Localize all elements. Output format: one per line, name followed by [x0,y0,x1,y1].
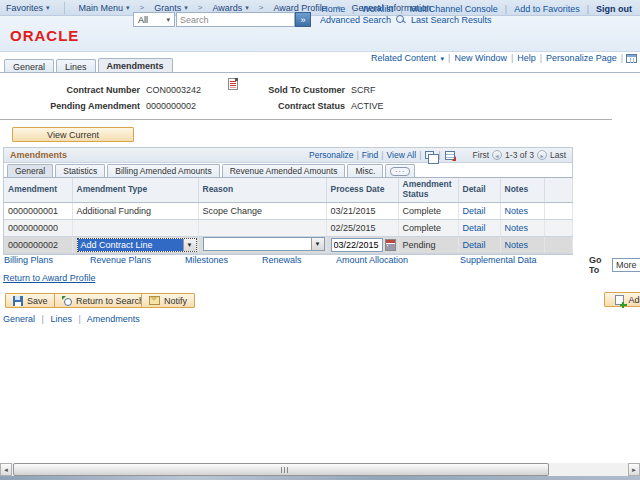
renewals-link[interactable]: Renewals [262,255,336,265]
previous-page-icon[interactable]: ◂ [492,150,502,160]
search-scope-select[interactable]: All ▾ [133,12,175,27]
last-search-results-link[interactable]: Last Search Results [411,15,492,25]
cell-amendment: 0000000000 [4,219,72,236]
breadcrumb-label: Main Menu [79,3,124,13]
next-page-icon[interactable]: ▸ [537,150,547,160]
amendment-type-select-value: Add Contract Line [78,239,183,251]
show-all-columns-tab[interactable]: ··· [385,164,415,177]
notepad-icon[interactable] [228,78,238,90]
grid-tab-misc[interactable]: Misc. [347,164,383,177]
divider: | [38,314,48,324]
oracle-logo: ORACLE [10,27,79,44]
milestones-link[interactable]: Milestones [185,255,262,265]
grid-toolbar: Personalize| Find| View All| | First ◂ 1… [306,150,566,160]
notes-link[interactable]: Notes [505,240,529,250]
pending-amendment-label: Pending Amendment [20,101,140,111]
save-button[interactable]: Save [5,293,56,308]
scroll-right-icon[interactable]: ► [628,463,640,476]
add-to-favorites-link[interactable]: Add to Favorites [507,4,587,14]
grid-tab-general[interactable]: General [7,164,53,177]
personalize-link[interactable]: Personalize [306,150,356,160]
personalize-layout-icon[interactable] [626,54,637,63]
cell-amendment: 0000000001 [4,202,72,219]
detail-link[interactable]: Detail [463,223,486,233]
last-label: Last [550,150,566,160]
chevron-down-icon: ▾ [46,4,50,12]
notify-button[interactable]: Notify [141,293,195,308]
return-to-award-profile-link[interactable]: Return to Award Profile [3,273,95,283]
amount-allocation-link[interactable]: Amount Allocation [336,255,460,265]
notes-link[interactable]: Notes [505,223,529,233]
zoom-window-icon[interactable] [425,151,434,159]
footer-amendments-link[interactable]: Amendments [87,314,140,324]
add-icon [615,295,624,305]
advanced-search-link[interactable]: Advanced Search [320,15,391,25]
sign-out-link[interactable]: Sign out [589,4,632,14]
billing-plans-link[interactable]: Billing Plans [4,255,90,265]
sold-to-customer-label: Sold To Customer [245,85,345,95]
notes-link[interactable]: Notes [505,206,529,216]
tab-lines[interactable]: Lines [56,59,96,73]
download-to-excel-icon[interactable] [445,151,455,160]
find-link[interactable]: Find [359,150,382,160]
select-arrow-icon: ▼ [183,239,196,251]
tab-amendments[interactable]: Amendments [98,58,173,73]
add-button[interactable]: Add [604,292,640,307]
contract-status-label: Contract Status [245,101,345,111]
sold-to-customer-value: SCRF [351,85,376,95]
footer-general-link[interactable]: General [3,314,35,324]
multichannel-console-link[interactable]: MultiChannel Console [403,4,505,14]
horizontal-scrollbar[interactable]: ◄ ► [0,463,640,476]
grid-tab-statistics[interactable]: Statistics [55,164,105,177]
footer-lines-link[interactable]: Lines [50,314,72,324]
home-link[interactable]: Home [314,4,352,14]
breadcrumb-separator-icon: > [194,3,207,12]
col-process-date: Process Date [326,178,398,202]
divider: | [621,53,623,63]
personalize-page-link[interactable]: Personalize Page [542,53,621,63]
grid-tab-revenue-amended-amounts[interactable]: Revenue Amended Amounts [222,164,346,177]
reason-select[interactable]: ▼ [203,237,325,251]
breadcrumb-favorites[interactable]: Favorites ▾ [0,0,56,16]
scroll-left-icon[interactable]: ◄ [0,463,12,476]
view-current-button[interactable]: View Current [12,127,134,142]
add-label: Add [628,295,640,305]
detail-link[interactable]: Detail [463,240,486,250]
search-go-button[interactable]: » [295,12,311,27]
grid-tab-billing-amended-amounts[interactable]: Billing Amended Amounts [107,164,219,177]
table-row: 0000000001 Additional Funding Scope Chan… [4,202,572,219]
amendments-table: Amendment Amendment Type Reason Process … [4,178,573,254]
worklist-link[interactable]: Worklist [355,4,401,14]
contract-number-value: CON0003242 [146,85,201,95]
tab-general[interactable]: General [4,59,54,73]
notify-icon [149,296,160,305]
goto-control: Go To More ▼ [589,255,640,275]
breadcrumb-separator-icon: > [255,3,268,12]
breadcrumb-label: Awards [212,3,242,13]
process-date-input[interactable] [331,238,383,252]
amendment-type-select[interactable]: Add Contract Line ▼ [77,238,197,252]
show-all-columns-icon: ··· [390,167,410,176]
return-to-search-button[interactable]: Return to Search [54,293,152,308]
goto-select[interactable]: More ▼ [612,258,640,272]
revenue-plans-link[interactable]: Revenue Plans [90,255,185,265]
scrollbar-thumb[interactable] [13,463,549,476]
view-all-link[interactable]: View All [384,150,420,160]
header-links: Home| Worklist| MultiChannel Console| Ad… [314,4,632,14]
breadcrumb-main-menu[interactable]: Main Menu ▾ [73,0,136,16]
detail-link[interactable]: Detail [463,206,486,216]
cell-status: Pending [398,236,458,253]
return-to-search-label: Return to Search [76,296,144,306]
calendar-icon[interactable] [385,239,396,251]
cell-status: Complete [398,202,458,219]
col-amendment-type: Amendment Type [72,178,198,202]
search-input[interactable] [176,12,295,27]
help-link[interactable]: Help [513,53,540,63]
return-to-search-icon [62,296,72,306]
related-content-link[interactable]: Related Content ▾ [367,53,448,63]
contract-status-value: ACTIVE [351,101,384,111]
tab-divider-line [0,72,640,73]
supplemental-data-link[interactable]: Supplemental Data [460,255,537,265]
chevron-down-icon: ▾ [245,4,249,12]
new-window-link[interactable]: New Window [450,53,511,63]
